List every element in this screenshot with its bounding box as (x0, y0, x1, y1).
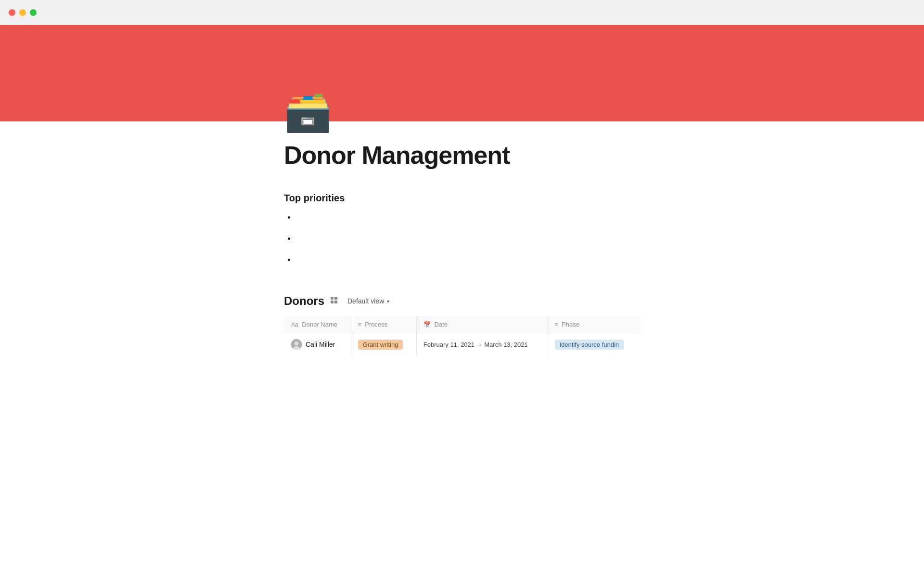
donors-table: Aa Donor Name ≡ Process 📅 Date ≡ Phase (284, 315, 640, 356)
calendar-col-icon: 📅 (424, 321, 431, 328)
donor-name-text: Cali Miller (306, 341, 335, 348)
page-content: 🗃️ Donor Management Top priorities Donor… (197, 92, 727, 356)
list-col-icon-process: ≡ (358, 321, 361, 328)
col-date-label: Date (434, 321, 447, 328)
grid-view-icon (330, 296, 338, 306)
main-content: 🗃️ Donor Management Top priorities Donor… (0, 25, 924, 356)
list-col-icon-phase: ≡ (555, 321, 558, 328)
col-donor-name: Aa Donor Name (284, 316, 351, 333)
text-col-icon: Aa (291, 321, 298, 328)
table-row[interactable]: Cali Miller Grant writing February 11, 2… (284, 333, 640, 356)
database-header: Donors Default view ▾ (284, 294, 640, 308)
priority-item-2 (295, 233, 640, 244)
col-donor-name-label: Donor Name (302, 321, 337, 328)
priority-item-3 (295, 254, 640, 265)
col-phase-label: Phase (562, 321, 579, 328)
window-titlebar (0, 0, 924, 25)
svg-rect-2 (331, 301, 334, 303)
col-process-label: Process (365, 321, 387, 328)
close-button[interactable] (9, 9, 15, 16)
col-process: ≡ Process (351, 316, 416, 333)
priorities-heading: Top priorities (284, 193, 640, 204)
cell-date: February 11, 2021 → March 13, 2021 (416, 333, 548, 356)
cell-process: Grant writing (351, 333, 416, 356)
phase-tag: Identify source fundin (555, 340, 624, 350)
table-header-row: Aa Donor Name ≡ Process 📅 Date ≡ Phase (284, 316, 640, 333)
default-view-label: Default view (347, 297, 384, 305)
chevron-down-icon: ▾ (387, 299, 389, 304)
default-view-button[interactable]: Default view ▾ (344, 295, 393, 307)
svg-rect-3 (334, 301, 337, 303)
cell-donor-name: Cali Miller (284, 333, 351, 356)
cell-phase: Identify source fundin (548, 333, 640, 356)
avatar (291, 339, 302, 350)
process-tag: Grant writing (358, 340, 403, 350)
page-title: Donor Management (284, 141, 640, 170)
page-icon: 🗃️ (284, 92, 640, 131)
svg-point-5 (295, 342, 298, 345)
col-phase: ≡ Phase (548, 316, 640, 333)
date-text: February 11, 2021 → March 13, 2021 (424, 341, 528, 348)
svg-rect-0 (331, 297, 334, 300)
database-title: Donors (284, 294, 324, 308)
minimize-button[interactable] (19, 9, 26, 16)
col-date: 📅 Date (416, 316, 548, 333)
priorities-list (284, 211, 640, 265)
priority-item-1 (295, 211, 640, 223)
maximize-button[interactable] (30, 9, 37, 16)
svg-rect-1 (334, 297, 337, 300)
